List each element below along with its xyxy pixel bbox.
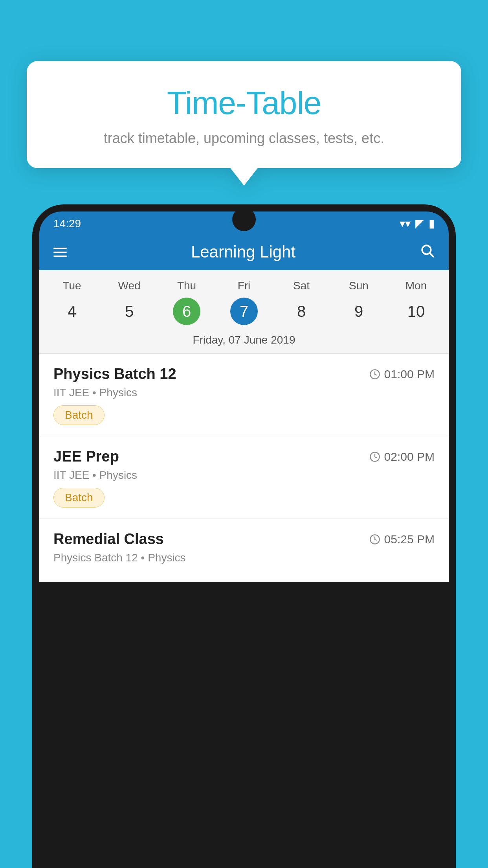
clock-icon-2 [369,451,380,462]
phone-outer: 14:29 ▾▾ ◤ ▮ Learning Light [32,204,456,868]
schedule-name-3: Remedial Class [53,531,164,548]
status-icons: ▾▾ ◤ ▮ [400,217,435,230]
day-4[interactable]: 4 [58,298,86,325]
day-headers: Tue Wed Thu Fri Sat Sun Mon [39,277,449,294]
schedule-time-3: 05:25 PM [369,533,435,546]
day-numbers: 4 5 6 7 8 9 10 [39,294,449,328]
app-title: Learning Light [191,243,295,261]
tooltip-title: Time-Table [46,85,442,121]
tooltip-subtitle: track timetable, upcoming classes, tests… [46,130,442,147]
schedule-name-1: Physics Batch 12 [53,366,176,383]
hamburger-menu-button[interactable] [53,248,67,257]
day-label-sun: Sun [330,277,387,294]
schedule-item-top: Physics Batch 12 01:00 PM [53,366,435,383]
day-label-thu: Thu [158,277,215,294]
day-10[interactable]: 10 [402,298,430,325]
day-8[interactable]: 8 [288,298,315,325]
day-label-mon: Mon [387,277,445,294]
wifi-icon: ▾▾ [400,217,411,230]
app-header: Learning Light [39,234,449,270]
status-time: 14:29 [53,217,81,230]
day-label-wed: Wed [101,277,158,294]
schedule-item-top-2: JEE Prep 02:00 PM [53,448,435,465]
batch-badge-2: Batch [53,488,105,508]
day-5[interactable]: 5 [116,298,143,325]
selected-date-label: Friday, 07 June 2019 [39,328,449,354]
schedule-sub-2: IIT JEE • Physics [53,469,435,482]
tooltip-card: Time-Table track timetable, upcoming cla… [27,61,461,168]
schedule-item-jee-prep[interactable]: JEE Prep 02:00 PM IIT JEE • Physics Batc… [39,436,449,519]
search-icon[interactable] [420,243,435,261]
phone-notch [232,208,256,231]
day-9[interactable]: 9 [345,298,372,325]
day-label-fri: Fri [215,277,273,294]
calendar-strip: Tue Wed Thu Fri Sat Sun Mon 4 5 6 7 8 9 … [39,270,449,354]
schedule-sub-3: Physics Batch 12 • Physics [53,552,435,564]
svg-line-1 [430,253,433,257]
batch-badge-1: Batch [53,405,105,425]
clock-icon-1 [369,369,380,380]
schedule-time-2: 02:00 PM [369,450,435,463]
signal-icon: ◤ [415,217,424,230]
schedule-item-physics-batch[interactable]: Physics Batch 12 01:00 PM IIT JEE • Phys… [39,354,449,436]
schedule-item-top-3: Remedial Class 05:25 PM [53,531,435,548]
schedule-time-1: 01:00 PM [369,368,435,381]
phone-mockup: 14:29 ▾▾ ◤ ▮ Learning Light [32,204,456,868]
status-bar: 14:29 ▾▾ ◤ ▮ [39,211,449,234]
schedule-item-remedial[interactable]: Remedial Class 05:25 PM Physics Batch 12… [39,519,449,582]
day-label-tue: Tue [43,277,101,294]
day-7-selected[interactable]: 7 [230,298,258,325]
clock-icon-3 [369,534,380,545]
schedule-sub-1: IIT JEE • Physics [53,386,435,399]
day-label-sat: Sat [273,277,330,294]
day-6-today[interactable]: 6 [173,298,200,325]
schedule-name-2: JEE Prep [53,448,119,465]
battery-icon: ▮ [429,217,435,230]
schedule-list: Physics Batch 12 01:00 PM IIT JEE • Phys… [39,354,449,582]
